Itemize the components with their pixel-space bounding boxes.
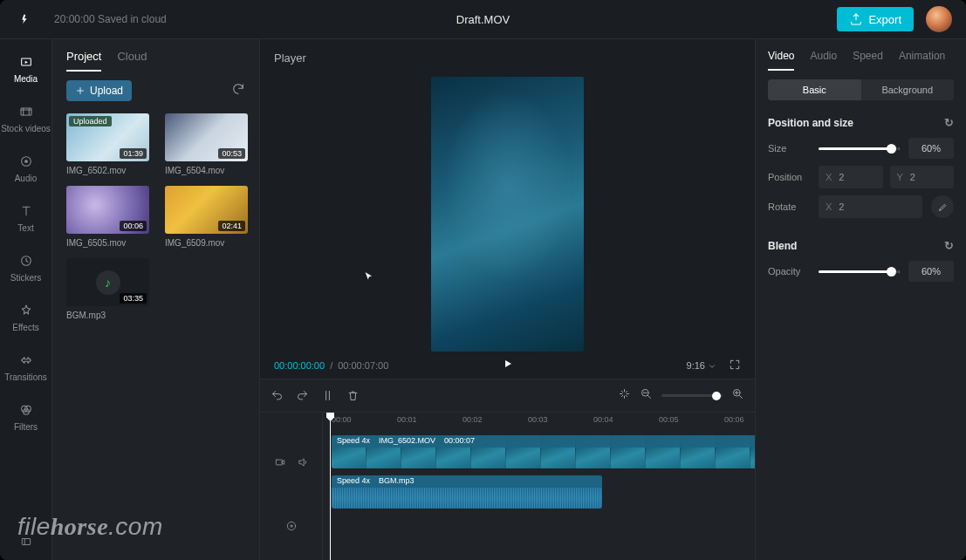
svg-point-12 [290,525,291,527]
collapse-icon[interactable] [20,536,32,551]
size-slider[interactable] [819,147,900,150]
tick: 00:02 [462,415,483,424]
track-video-toggle[interactable] [274,456,286,472]
subtab-background[interactable]: Background [861,79,955,100]
sidebar-item-filters[interactable]: Filters [0,398,51,435]
preview-canvas[interactable] [431,77,584,352]
media-name: IMG_6502.mov [66,166,149,175]
tab-cloud[interactable]: Cloud [117,50,147,72]
opacity-slider[interactable] [819,270,900,273]
time-separator: / [330,360,332,371]
sidebar-item-stickers[interactable]: Stickers [0,249,51,286]
sidebar-item-stock[interactable]: Stock videos [0,99,51,137]
timeline-ruler[interactable]: 00:0000:0100:0200:0300:0400:0500:0600:07… [323,413,755,432]
svg-point-11 [287,522,295,530]
audio-clip[interactable]: Speed 4xBGM.mp3 [332,475,602,509]
play-button[interactable] [502,358,514,373]
reset-blend-button[interactable]: ↻ [944,239,954,252]
stock-icon [17,103,35,120]
position-y-input[interactable]: Y2 [890,166,955,188]
rotate-button[interactable] [931,195,954,218]
refresh-button[interactable] [231,82,245,99]
media-item[interactable]: ♪03:35 BGM.mp3 [66,258,149,320]
zoom-out-icon [640,387,653,400]
stickers-icon [17,252,35,270]
zoom-out-button[interactable] [640,387,653,404]
upload-button[interactable]: Upload [66,80,132,101]
tick: 00:03 [528,415,548,424]
subtab-basic[interactable]: Basic [768,79,861,100]
export-button[interactable]: Export [837,7,914,31]
avatar[interactable] [926,6,952,32]
media-item[interactable]: 00:06 IMG_6505.mov [66,186,149,248]
sidebar-item-effects[interactable]: Effects [0,298,51,336]
speaker-icon [297,456,309,468]
position-x-input[interactable]: X2 [819,166,883,188]
track-audio-toggle[interactable] [285,520,298,536]
auto-button[interactable] [618,387,631,404]
app-logo [14,7,38,31]
transitions-icon [17,352,35,369]
section-title: Position and size [768,117,853,129]
fullscreen-icon [729,359,741,371]
duration-badge: 03:35 [120,293,147,304]
tick: 00:00 [332,415,352,424]
track-mute-toggle[interactable] [297,456,309,472]
video-clip[interactable]: Speed 4xIMG_6502.MOV00:00:07 [332,435,755,468]
reset-position-button[interactable]: ↻ [944,116,954,129]
svg-point-3 [24,160,27,163]
opacity-label: Opacity [768,266,810,277]
sidebar-item-audio[interactable]: Audio [0,149,51,187]
rotate-x-input[interactable]: X2 [819,195,922,218]
zoom-in-button[interactable] [731,387,744,404]
opacity-value[interactable]: 60% [908,261,954,282]
audio-track[interactable]: Speed 4xBGM.mp3 [323,472,755,512]
svg-rect-13 [22,539,30,545]
svg-rect-10 [276,460,282,465]
export-label: Export [868,13,901,26]
tab-project[interactable]: Project [66,50,101,72]
section-title: Blend [768,240,797,252]
tab-speed[interactable]: Speed [853,50,883,71]
disc-icon [285,520,298,532]
export-icon [849,12,863,26]
tab-audio[interactable]: Audio [810,50,837,71]
player-header: Player [260,39,755,77]
redo-button[interactable] [296,389,309,402]
video-track-icon [274,456,286,468]
media-icon [17,53,35,71]
sidebar-item-transitions[interactable]: Transitions [0,348,51,386]
aspect-ratio[interactable]: 9:16 [687,360,716,371]
size-label: Size [768,143,810,154]
left-sidebar: Media Stock videos Audio Text Stickers E… [0,39,52,560]
media-item[interactable]: Uploaded01:39 IMG_6502.mov [66,113,149,175]
sidebar-item-media[interactable]: Media [0,50,51,87]
undo-button[interactable] [271,389,284,402]
position-label: Position [768,172,810,182]
duration-badge: 00:06 [120,221,147,231]
duration-badge: 01:39 [120,148,147,159]
music-icon: ♪ [96,270,120,295]
fullscreen-button[interactable] [729,359,741,372]
delete-button[interactable] [346,389,360,402]
video-track[interactable]: Speed 4xIMG_6502.MOV00:00:07 [323,432,755,472]
refresh-icon [231,82,245,96]
media-name: IMG_6509.mov [165,238,248,248]
split-button[interactable] [321,389,334,402]
uploaded-badge: Uploaded [69,116,112,126]
size-value[interactable]: 60% [908,138,954,159]
media-item[interactable]: 02:41 IMG_6509.mov [165,186,248,248]
tick: 00:01 [397,415,417,424]
tab-video[interactable]: Video [768,50,794,71]
tab-animation[interactable]: Animation [899,50,945,71]
zoom-slider[interactable] [661,394,723,397]
properties-panel: Video Audio Speed Animation Basic Backgr… [755,39,966,560]
document-title: Draft.MOV [456,13,510,26]
media-item[interactable]: 00:53 IMG_6504.mov [165,113,248,175]
sidebar-item-text[interactable]: Text [0,199,51,236]
duration-badge: 00:53 [218,148,245,159]
rotate-label: Rotate [768,201,810,212]
media-name: BGM.mp3 [66,311,149,320]
time-duration: 00:00:07:00 [338,360,388,371]
duration-badge: 02:41 [218,221,245,231]
